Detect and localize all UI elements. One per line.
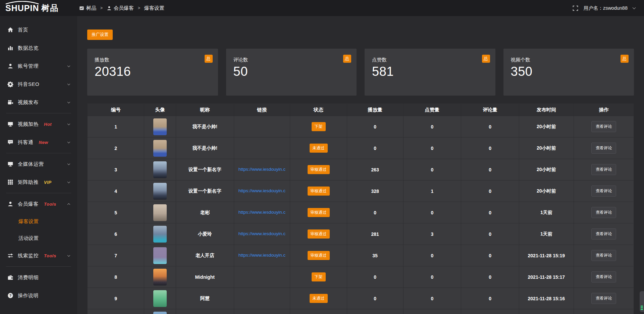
sidebar-item-账号管理[interactable]: 账号管理 <box>0 57 77 75</box>
sidebar-item-抖音SEO[interactable]: 抖音SEO <box>0 75 77 93</box>
column-header-播放量: 播放量 <box>347 104 403 116</box>
floating-widget[interactable] <box>640 291 644 312</box>
cell-nickname: 小爱玲 <box>176 223 234 245</box>
sidebar-subitem-活动设置[interactable]: 活动设置 <box>0 230 77 247</box>
widget-green-bar <box>641 307 643 308</box>
video-link[interactable]: https://www.iesdouyin.c <box>238 231 285 236</box>
breadcrumb-item-member[interactable]: 会员爆客 <box>107 5 134 11</box>
view-comments-button[interactable]: 查看评论 <box>591 164 616 175</box>
promotion-settings-button[interactable]: 推广设置 <box>87 30 113 40</box>
sidebar-item-矩阵助推[interactable]: 矩阵助推VIP <box>0 173 77 191</box>
cell-nickname: 老人开店 <box>176 245 234 266</box>
cell-likes: 0 <box>403 288 461 309</box>
view-comments-button[interactable]: 查看评论 <box>591 186 616 197</box>
column-header-头像: 头像 <box>144 104 176 116</box>
cell-link <box>234 288 290 309</box>
status-badge: 下架 <box>312 272 326 281</box>
cell-id: 6 <box>88 223 144 245</box>
logo-text-cn: 树品 <box>41 3 59 13</box>
chevron-down-icon[interactable] <box>633 6 636 9</box>
username-label[interactable]: 用户名：zswodun88 <box>584 5 628 11</box>
widget-green-bar <box>641 306 643 307</box>
view-comments-button[interactable]: 查看评论 <box>591 121 616 132</box>
breadcrumb-separator: > <box>100 6 103 10</box>
chevron-down-icon <box>67 82 70 85</box>
avatar <box>153 118 167 135</box>
cell-comments: 0 <box>461 202 519 223</box>
cell-status: 审核通过 <box>290 245 347 266</box>
view-comments-button[interactable]: 查看评论 <box>591 271 616 282</box>
view-comments-button[interactable]: 查看评论 <box>591 228 616 240</box>
cell-action: 查看评论 <box>574 266 634 288</box>
cell-link: https://www.iesdouyin.c <box>234 159 290 180</box>
sidebar: 首页数据总览账号管理抖音SEO视频发布视频加热Hot抖客通New全媒体运营矩阵助… <box>0 16 77 314</box>
cell-status: 审核通过 <box>290 180 347 202</box>
breadcrumb-item-home[interactable]: 树品 <box>79 5 96 11</box>
cell-action: 查看评论 <box>574 202 634 223</box>
video-link[interactable]: https://www.iesdouyin.c <box>238 210 285 215</box>
sidebar-divider <box>6 266 71 267</box>
bar-chart-icon <box>7 45 13 51</box>
sidebar-item-视频发布[interactable]: 视频发布 <box>0 93 77 111</box>
view-comments-button[interactable]: 查看评论 <box>591 207 616 218</box>
sidebar-badge: New <box>39 140 48 145</box>
sidebar-badge: VIP <box>44 180 51 185</box>
cell-action <box>574 309 634 314</box>
sidebar-item-全媒体运营[interactable]: 全媒体运营 <box>0 155 77 173</box>
cell-time <box>519 309 574 314</box>
avatar <box>153 140 167 157</box>
sidebar-item-首页[interactable]: 首页 <box>0 21 77 39</box>
sidebar-item-视频加热[interactable]: 视频加热Hot <box>0 115 77 133</box>
sidebar-item-抖客通[interactable]: 抖客通New <box>0 133 77 151</box>
column-header-编号: 编号 <box>88 104 144 116</box>
avatar <box>153 312 167 314</box>
sidebar-divider <box>6 193 71 193</box>
sidebar-item-label: 线索监控 <box>18 253 39 259</box>
view-comments-button[interactable]: 查看评论 <box>591 293 616 304</box>
stat-value: 581 <box>372 64 488 79</box>
stat-label: 视频个数 <box>511 57 627 63</box>
sidebar-item-线索监控[interactable]: 线索监控Tools <box>0 247 77 265</box>
cell-nickname: 阿慧 <box>176 288 234 309</box>
cell-plays: 0 <box>347 266 403 288</box>
cell-nickname: 老彬 <box>176 202 234 223</box>
cell-action: 查看评论 <box>574 116 634 138</box>
cell-link: https://www.iesdouyin.c <box>234 223 290 245</box>
avatar <box>153 226 167 243</box>
sidebar-item-label: 消费明细 <box>18 274 39 281</box>
sidebar-item-数据总览[interactable]: 数据总览 <box>0 39 77 57</box>
sidebar-subitem-爆客设置[interactable]: 爆客设置 <box>0 213 77 230</box>
sidebar-item-label: 视频发布 <box>18 99 39 106</box>
chevron-down-icon <box>67 162 70 165</box>
column-header-昵称: 昵称 <box>176 104 234 116</box>
view-comments-button[interactable]: 查看评论 <box>591 250 616 261</box>
fullscreen-icon[interactable] <box>573 5 578 11</box>
cell-link <box>234 138 290 159</box>
stat-cards: 播放数 20316 总 评论数 50 总 点赞数 581 总 视频个数 350 … <box>87 49 634 96</box>
sidebar-item-label: 抖音SEO <box>18 81 39 88</box>
sidebar-item-会员爆客[interactable]: 会员爆客Tools <box>0 195 77 213</box>
cell-comments: 0 <box>461 159 519 180</box>
cell-likes: 0 <box>403 202 461 223</box>
sidebar-item-消费明细[interactable]: 消费明细 <box>0 268 77 286</box>
sidebar-divider <box>6 153 71 153</box>
cell-plays: 0 <box>347 116 403 138</box>
cell-nickname <box>176 309 234 314</box>
grid-icon <box>7 179 13 185</box>
member-icon <box>7 201 13 207</box>
cell-time: 1天前 <box>519 223 574 245</box>
chevron-down-icon <box>67 122 70 125</box>
video-link[interactable]: https://www.iesdouyin.c <box>238 253 285 258</box>
cell-id: 3 <box>88 159 144 180</box>
video-link[interactable]: https://www.iesdouyin.c <box>238 188 285 193</box>
widget-green-bar <box>641 309 643 310</box>
cell-action: 查看评论 <box>574 245 634 266</box>
cell-time: 1天前 <box>519 202 574 223</box>
view-comments-button[interactable]: 查看评论 <box>591 143 616 154</box>
video-link[interactable]: https://www.iesdouyin.c <box>238 167 285 172</box>
sidebar-divider <box>6 113 71 113</box>
stat-label: 点赞数 <box>372 57 488 63</box>
sidebar-item-操作说明[interactable]: ?操作说明 <box>0 286 77 305</box>
table-row: 1我不是小帅!下架00020小时前查看评论 <box>88 116 634 138</box>
cell-link: https://www.iesdouyin.c <box>234 245 290 266</box>
